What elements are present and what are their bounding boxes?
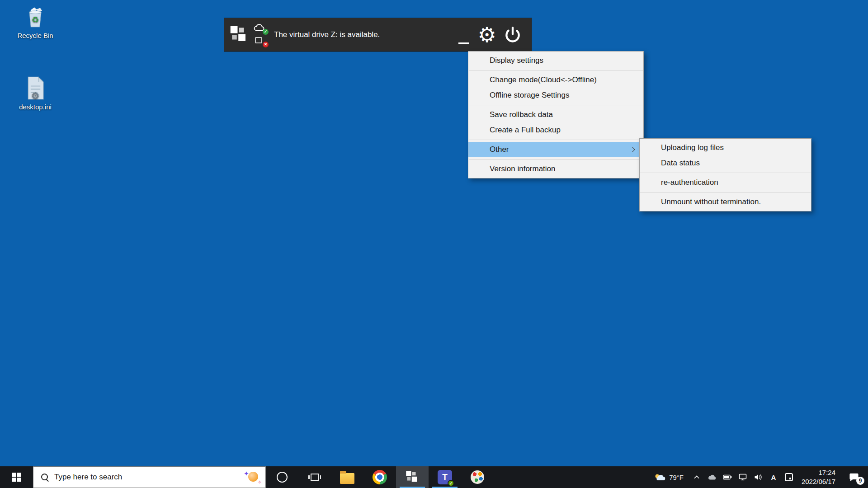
- menu-item-label: Uploading log files: [661, 143, 724, 152]
- submenu-item-uploading-log-files[interactable]: Uploading log files: [640, 140, 811, 155]
- submenu-arrow-icon: [630, 147, 635, 152]
- search-highlights-icon[interactable]: ✦ ✧: [244, 469, 262, 485]
- status-text: The virtual drive Z: is available.: [274, 30, 380, 39]
- weather-cloud-icon: [654, 473, 666, 481]
- battery-button[interactable]: [720, 466, 735, 488]
- connection-status-icons: ✓ ✕: [253, 23, 268, 47]
- menu-item-create-full-backup[interactable]: Create a Full backup: [468, 122, 643, 138]
- menu-item-label: Save rollback data: [490, 110, 553, 119]
- submenu-item-unmount-without-termination[interactable]: Unmount without termination.: [640, 194, 811, 210]
- drive-error-icon: ✕: [253, 36, 268, 47]
- menu-item-label: Data status: [661, 159, 700, 167]
- recycle-symbol-icon: ♻: [32, 15, 39, 24]
- app-status-window: ✓ ✕ The virtual drive Z: is available. ⚙: [224, 18, 532, 52]
- recycle-bin-desktop-icon[interactable]: ♻ Recycle Bin: [12, 5, 59, 39]
- menu-separator: [469, 159, 643, 160]
- submenu-item-re-authentication[interactable]: re-authentication: [640, 175, 811, 190]
- notification-badge: 9: [856, 477, 864, 485]
- menu-item-label: Unmount without termination.: [661, 197, 761, 206]
- desktop-ini-desktop-icon[interactable]: ⚙ desktop.ini: [12, 76, 59, 111]
- teams-letter: T: [442, 472, 448, 482]
- date-label: 2022/06/17: [802, 477, 835, 486]
- task-view-button[interactable]: [298, 466, 331, 488]
- system-tray: 79°F: [649, 466, 868, 488]
- minimize-icon: [458, 42, 469, 44]
- cortana-icon: [277, 472, 288, 483]
- onedrive-cloud-icon: [708, 474, 717, 480]
- power-button[interactable]: [500, 18, 525, 52]
- menu-item-label: Other: [490, 145, 509, 154]
- menu-separator: [469, 70, 643, 70]
- ime-language-button[interactable]: A: [766, 466, 781, 488]
- search-input[interactable]: [54, 473, 238, 482]
- file-explorer-button[interactable]: [331, 466, 363, 488]
- onedrive-button[interactable]: [704, 466, 720, 488]
- volume-icon: [754, 474, 763, 481]
- menu-item-other[interactable]: Other: [468, 142, 643, 157]
- menu-separator: [469, 140, 643, 140]
- volume-button[interactable]: [750, 466, 766, 488]
- time-label: 17:24: [818, 468, 835, 477]
- desktop-ini-label: desktop.ini: [19, 103, 52, 111]
- menu-item-label: Offline storage Settings: [490, 91, 569, 99]
- settings-context-menu: Display settings Change mode(Cloud<->Off…: [468, 51, 644, 178]
- other-submenu: Uploading log files Data status re-authe…: [639, 138, 811, 211]
- cortana-button[interactable]: [266, 466, 298, 488]
- action-center-button[interactable]: 9: [840, 466, 868, 488]
- menu-item-display-settings[interactable]: Display settings: [468, 53, 643, 68]
- sparkle-icon: ✧: [258, 479, 262, 485]
- menu-item-label: Create a Full backup: [490, 126, 561, 134]
- submenu-item-data-status[interactable]: Data status: [640, 155, 811, 171]
- check-badge-icon: ✓: [263, 29, 269, 35]
- highlight-ball-icon: [248, 472, 258, 482]
- settings-gear-button[interactable]: ⚙: [474, 18, 500, 52]
- minimize-button[interactable]: [454, 18, 474, 52]
- menu-separator: [469, 105, 643, 105]
- menu-separator: [640, 192, 811, 192]
- task-view-icon: [311, 474, 319, 481]
- taskbar: ✦ ✧ T ✓: [0, 466, 868, 488]
- start-button[interactable]: [0, 466, 33, 488]
- temperature-label: 79°F: [669, 474, 684, 481]
- recycle-bin-icon: ♻: [24, 5, 47, 29]
- menu-item-offline-storage-settings[interactable]: Offline storage Settings: [468, 88, 643, 103]
- app-logo-icon: [406, 470, 419, 484]
- menu-separator: [640, 173, 811, 173]
- teams-button[interactable]: T ✓: [429, 466, 461, 488]
- cloud-connected-icon: ✓: [253, 23, 268, 34]
- gear-glyph-icon: ⚙: [31, 91, 39, 100]
- menu-item-label: Change mode(Cloud<->Offline): [490, 75, 597, 84]
- display-icon: [739, 474, 747, 481]
- power-icon: [504, 26, 522, 44]
- app-logo-icon: [230, 25, 249, 44]
- menu-item-label: re-authentication: [661, 178, 718, 187]
- chevron-up-icon: [693, 474, 700, 480]
- display-button[interactable]: [735, 466, 750, 488]
- paint-button[interactable]: [461, 466, 494, 488]
- ini-file-icon: ⚙: [25, 76, 46, 100]
- rounded-square-icon: [785, 473, 793, 481]
- menu-item-save-rollback-data[interactable]: Save rollback data: [468, 107, 643, 122]
- search-icon: [41, 473, 49, 481]
- gear-icon: ⚙: [477, 23, 496, 47]
- battery-icon: [723, 474, 732, 480]
- menu-item-label: Display settings: [490, 56, 543, 65]
- paint-palette-icon: [471, 470, 484, 484]
- menu-item-label: Version information: [490, 164, 556, 173]
- taskbar-search[interactable]: ✦ ✧: [33, 466, 266, 488]
- recycle-bin-label: Recycle Bin: [17, 32, 53, 39]
- ime-mode-button[interactable]: [781, 466, 797, 488]
- presence-available-icon: ✓: [448, 480, 454, 487]
- weather-button[interactable]: 79°F: [649, 466, 689, 488]
- menu-item-version-information[interactable]: Version information: [468, 161, 643, 177]
- teams-icon: T ✓: [438, 470, 452, 484]
- clock-button[interactable]: 17:24 2022/06/17: [797, 466, 840, 488]
- chrome-button[interactable]: [363, 466, 396, 488]
- toolbar-buttons: ⚙: [454, 18, 532, 52]
- folder-icon: [340, 473, 354, 484]
- cross-badge-icon: ✕: [263, 42, 269, 47]
- app-taskbar-button[interactable]: [396, 466, 429, 488]
- tray-overflow-button[interactable]: [689, 466, 704, 488]
- windows-logo-icon: [12, 473, 21, 482]
- menu-item-change-mode[interactable]: Change mode(Cloud<->Offline): [468, 72, 643, 88]
